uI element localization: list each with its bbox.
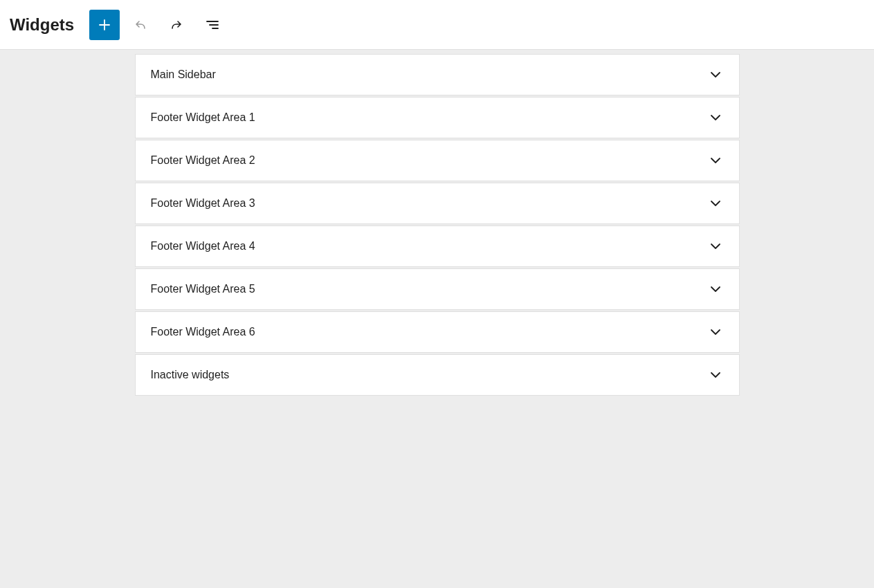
widget-area-title: Footer Widget Area 1 bbox=[151, 111, 255, 124]
list-view-button[interactable] bbox=[197, 10, 228, 40]
widget-area-title: Main Sidebar bbox=[151, 68, 216, 81]
widget-area-panel[interactable]: Footer Widget Area 3 bbox=[135, 183, 740, 224]
chevron-down-icon bbox=[707, 109, 724, 126]
widget-area-title: Footer Widget Area 2 bbox=[151, 154, 255, 167]
chevron-down-icon bbox=[707, 152, 724, 169]
chevron-down-icon bbox=[707, 238, 724, 255]
widget-area-panel[interactable]: Inactive widgets bbox=[135, 354, 740, 396]
page-title: Widgets bbox=[10, 15, 74, 35]
chevron-down-icon bbox=[707, 195, 724, 212]
widget-area-panel[interactable]: Main Sidebar bbox=[135, 54, 740, 95]
undo-button bbox=[125, 10, 156, 40]
redo-icon bbox=[168, 17, 185, 33]
chevron-down-icon bbox=[707, 367, 724, 383]
widget-area-panel[interactable]: Footer Widget Area 4 bbox=[135, 226, 740, 267]
list-view-icon bbox=[204, 17, 221, 33]
chevron-down-icon bbox=[707, 324, 724, 340]
widget-area-title: Inactive widgets bbox=[151, 369, 230, 381]
toolbar: Widgets bbox=[0, 0, 874, 50]
widget-area-panel[interactable]: Footer Widget Area 6 bbox=[135, 311, 740, 353]
undo-icon bbox=[132, 17, 149, 33]
widget-area-title: Footer Widget Area 6 bbox=[151, 326, 255, 338]
widget-area-panel[interactable]: Footer Widget Area 5 bbox=[135, 268, 740, 310]
widget-area-panel[interactable]: Footer Widget Area 1 bbox=[135, 97, 740, 138]
widget-areas-list: Main Sidebar Footer Widget Area 1 Footer… bbox=[135, 54, 740, 396]
chevron-down-icon bbox=[707, 66, 724, 83]
widget-area-title: Footer Widget Area 5 bbox=[151, 283, 255, 295]
plus-icon bbox=[96, 17, 113, 33]
redo-button[interactable] bbox=[161, 10, 192, 40]
chevron-down-icon bbox=[707, 281, 724, 297]
widget-area-title: Footer Widget Area 3 bbox=[151, 197, 255, 210]
widget-area-panel[interactable]: Footer Widget Area 2 bbox=[135, 140, 740, 181]
add-block-button[interactable] bbox=[89, 10, 120, 40]
widget-area-title: Footer Widget Area 4 bbox=[151, 240, 255, 252]
